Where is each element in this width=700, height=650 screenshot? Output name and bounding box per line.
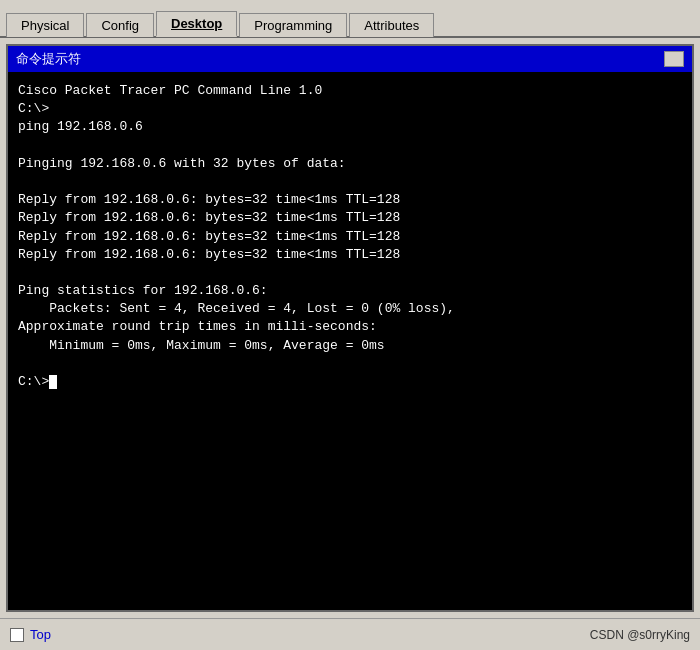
top-link[interactable]: Top — [30, 627, 51, 642]
terminal-line9: Reply from 192.168.0.6: bytes=32 time<1m… — [18, 229, 400, 244]
terminal-line12: Ping statistics for 192.168.0.6: — [18, 283, 268, 298]
main-content: 命令提示符 Cisco Packet Tracer PC Command Lin… — [0, 38, 700, 618]
tab-attributes[interactable]: Attributes — [349, 13, 434, 37]
terminal-line13: Packets: Sent = 4, Received = 4, Lost = … — [18, 301, 455, 316]
terminal-area[interactable]: Cisco Packet Tracer PC Command Line 1.0 … — [8, 72, 692, 610]
tab-config[interactable]: Config — [86, 13, 154, 37]
cmd-titlebar: 命令提示符 — [8, 46, 692, 72]
terminal-line3: ping 192.168.0.6 — [18, 119, 143, 134]
top-checkbox[interactable] — [10, 628, 24, 642]
cmd-window: 命令提示符 Cisco Packet Tracer PC Command Lin… — [6, 44, 694, 612]
tab-physical[interactable]: Physical — [6, 13, 84, 37]
close-button[interactable] — [664, 51, 684, 67]
terminal-line10: Reply from 192.168.0.6: bytes=32 time<1m… — [18, 247, 400, 262]
tab-bar: Physical Config Desktop Programming Attr… — [0, 0, 700, 38]
terminal-line7: Reply from 192.168.0.6: bytes=32 time<1m… — [18, 192, 400, 207]
terminal-line1: Cisco Packet Tracer PC Command Line 1.0 — [18, 83, 322, 98]
terminal-prompt: C:\> — [18, 374, 49, 389]
terminal-line8: Reply from 192.168.0.6: bytes=32 time<1m… — [18, 210, 400, 225]
cmd-title: 命令提示符 — [16, 50, 81, 68]
terminal-line2: C:\> — [18, 101, 49, 116]
cursor-blink — [49, 375, 57, 389]
terminal-line14: Approximate round trip times in milli-se… — [18, 319, 377, 334]
watermark: CSDN @s0rryKing — [590, 628, 690, 642]
status-bar: Top CSDN @s0rryKing — [0, 618, 700, 650]
terminal-line5: Pinging 192.168.0.6 with 32 bytes of dat… — [18, 156, 346, 171]
tab-desktop[interactable]: Desktop — [156, 11, 237, 37]
terminal-line15: Minimum = 0ms, Maximum = 0ms, Average = … — [18, 338, 385, 353]
status-left: Top — [10, 627, 51, 642]
tab-programming[interactable]: Programming — [239, 13, 347, 37]
